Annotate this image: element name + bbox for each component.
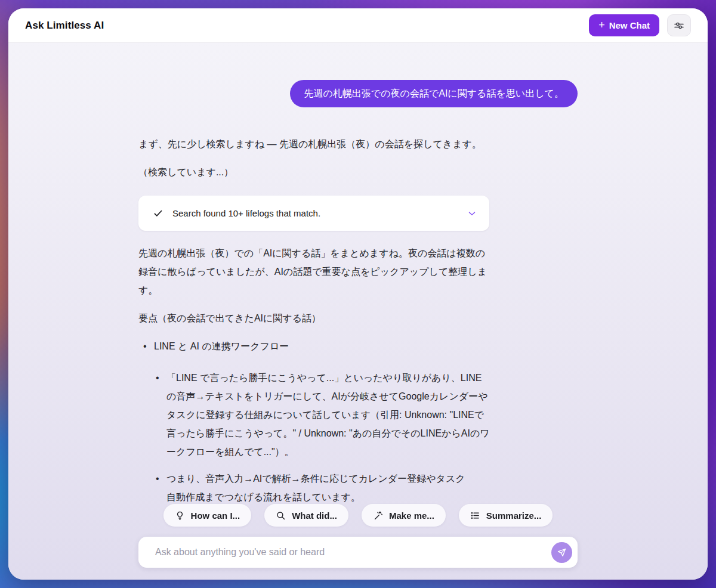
suggestion-chip-make-me[interactable]: Make me... [362,504,446,527]
bullet-marker: • [143,337,154,355]
search-result-card[interactable]: Search found 10+ lifelogs that match. [138,196,489,231]
chevron-down-icon [467,208,477,219]
key-points-heading: 要点（夜の会話で出てきたAIに関する話） [138,309,492,327]
searching-note: （検索しています...） [138,163,492,181]
list-item-text: 「LINE で言ったら勝手にこうやって...」といったやり取りがあり、LINE … [166,369,493,461]
intro-paragraph: まず、先に少し検索しますね — 先週の札幌出張（夜）の会話を探してきます。 [138,135,492,153]
bottom-overlay: How can I... What did... [8,504,708,580]
search-icon [276,510,286,521]
user-message-bubble: 先週の札幌出張での夜の会話でAIに関する話を思い出して。 [290,80,578,107]
suggestion-chip-summarize[interactable]: Summarize... [459,504,553,527]
suggestion-chip-what-did[interactable]: What did... [264,504,348,527]
user-message-row: 先週の札幌出張での夜の会話でAIに関する話を思い出して。 [138,80,578,107]
check-icon [153,208,163,219]
search-status-text: Search found 10+ lifelogs that match. [172,208,320,218]
list-item: • LINE と AI の連携ワークフロー [143,337,496,355]
list-item-line1: つまり、音声入力→AIで解析→条件に応じてカレンダー登録やタスク [166,474,465,484]
list-icon [470,510,480,521]
desktop-background: Ask Limitless AI + New Chat [0,0,716,588]
bullet-marker: • [156,469,166,506]
new-chat-label: New Chat [609,20,650,30]
wand-icon [373,510,383,521]
bullet-list: • LINE と AI の連携ワークフロー • 「LINE で言ったら勝手にこう… [138,337,578,563]
suggestion-chips: How can I... What did... [163,504,553,527]
app-window: Ask Limitless AI + New Chat [8,8,708,580]
plus-icon: + [598,20,605,30]
chip-label: How can I... [191,510,240,521]
header-actions: + New Chat [589,14,691,36]
sliders-icon [673,20,685,32]
send-button[interactable] [551,542,572,563]
summary-paragraph: 先週の札幌出張（夜）での「AIに関する話」をまとめますね。夜の会話は複数の録音に… [138,244,492,299]
composer-bar [138,537,578,568]
suggestion-chip-how-can-i[interactable]: How can I... [163,504,252,527]
chip-label: Summarize... [486,510,542,521]
app-title: Ask Limitless AI [25,20,104,32]
lightbulb-icon [175,510,185,521]
app-header: Ask Limitless AI + New Chat [8,8,708,43]
chat-input[interactable] [155,547,551,558]
list-item: • 「LINE で言ったら勝手にこうやって...」といったやり取りがあり、LIN… [156,369,493,461]
list-item-line2-obscured: 自動作成までつなげる流れを話しています。 [166,492,360,502]
new-chat-button[interactable]: + New Chat [589,14,659,36]
bullet-marker: • [156,369,166,461]
assistant-message: まず、先に少し検索しますね — 先週の札幌出張（夜）の会話を探してきます。 （検… [138,135,578,563]
chat-column: 先週の札幌出張での夜の会話でAIに関する話を思い出して。 まず、先に少し検索しま… [138,43,578,563]
list-item-text: つまり、音声入力→AIで解析→条件に応じてカレンダー登録やタスク 自動作成までつ… [166,469,493,506]
paper-plane-icon [557,547,567,558]
list-item: • つまり、音声入力→AIで解析→条件に応じてカレンダー登録やタスク 自動作成ま… [156,469,493,506]
chip-label: What did... [292,510,337,521]
chip-label: Make me... [389,510,434,521]
list-item-text: LINE と AI の連携ワークフロー [154,337,496,355]
settings-button[interactable] [667,14,691,36]
chat-scroll-area[interactable]: 先週の札幌出張での夜の会話でAIに関する話を思い出して。 まず、先に少し検索しま… [8,43,708,580]
